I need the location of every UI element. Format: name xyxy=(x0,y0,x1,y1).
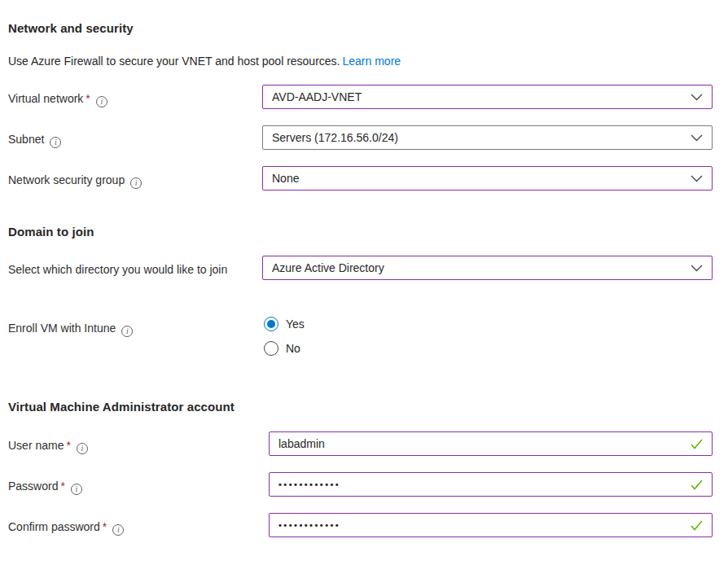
required-asterisk: * xyxy=(66,439,70,452)
info-icon[interactable]: i xyxy=(96,96,107,107)
virtual-network-label-text: Virtual network xyxy=(8,92,83,105)
info-icon[interactable]: i xyxy=(71,484,82,495)
subnet-value: Servers (172.16.56.0/24) xyxy=(272,131,691,144)
confirm-password-label: Confirm password*i xyxy=(8,519,249,536)
subnet-label-text: Subnet xyxy=(8,133,44,146)
password-label: Password*i xyxy=(8,478,249,495)
required-asterisk: * xyxy=(103,520,107,533)
username-input[interactable] xyxy=(278,437,691,450)
learn-more-link[interactable]: Learn more xyxy=(342,55,401,68)
azure-vm-network-form: Network and security Use Azure Firewall … xyxy=(0,0,728,565)
intune-label-text: Enroll VM with Intune xyxy=(8,322,116,335)
radio-selected-icon xyxy=(264,317,278,331)
chevron-down-icon xyxy=(691,175,703,182)
username-label: User name*i xyxy=(8,437,249,454)
confirm-password-input[interactable] xyxy=(278,520,691,530)
intune-option-yes[interactable]: Yes xyxy=(264,316,305,332)
confirm-password-field xyxy=(269,513,713,537)
nsg-label-text: Network security group xyxy=(8,173,125,186)
section-title-vm-admin-account: Virtual Machine Administrator account xyxy=(8,400,235,414)
password-input[interactable] xyxy=(278,480,691,489)
subnet-label: Subneti xyxy=(8,131,249,148)
valid-checkmark-icon xyxy=(691,439,703,449)
info-icon[interactable]: i xyxy=(121,326,133,337)
chevron-down-icon xyxy=(691,94,703,101)
info-icon[interactable]: i xyxy=(130,177,142,189)
section-title-network-and-security: Network and security xyxy=(8,21,134,35)
nsg-value: None xyxy=(272,172,691,185)
intune-label: Enroll VM with Intunei xyxy=(8,320,249,337)
virtual-network-value: AVD-AADJ-VNET xyxy=(272,90,691,103)
confirm-password-label-text: Confirm password xyxy=(8,520,100,533)
network-security-group-dropdown[interactable]: None xyxy=(262,166,713,191)
description-text: Use Azure Firewall to secure your VNET a… xyxy=(8,55,340,68)
required-asterisk: * xyxy=(60,480,64,493)
intune-no-label: No xyxy=(286,342,300,355)
section-description: Use Azure Firewall to secure your VNET a… xyxy=(8,55,401,68)
info-icon[interactable]: i xyxy=(77,443,88,454)
subnet-dropdown[interactable]: Servers (172.16.56.0/24) xyxy=(262,125,713,150)
virtual-network-label: Virtual network*i xyxy=(8,90,249,107)
intune-option-no[interactable]: No xyxy=(264,340,300,357)
intune-yes-label: Yes xyxy=(286,318,305,331)
password-field xyxy=(269,472,713,497)
network-security-group-label: Network security groupi xyxy=(8,172,249,189)
directory-dropdown[interactable]: Azure Active Directory xyxy=(262,256,713,280)
required-asterisk: * xyxy=(86,92,90,105)
valid-checkmark-icon xyxy=(691,520,703,531)
username-label-text: User name xyxy=(8,439,64,452)
password-label-text: Password xyxy=(8,480,58,493)
directory-value: Azure Active Directory xyxy=(272,261,691,274)
chevron-down-icon xyxy=(691,134,703,142)
directory-label: Select which directory you would like to… xyxy=(8,261,249,278)
chevron-down-icon xyxy=(691,265,703,272)
valid-checkmark-icon xyxy=(691,480,703,490)
section-title-domain-to-join: Domain to join xyxy=(8,225,94,239)
radio-unselected-icon xyxy=(264,341,278,356)
username-field xyxy=(269,431,713,456)
info-icon[interactable]: i xyxy=(112,524,124,536)
virtual-network-dropdown[interactable]: AVD-AADJ-VNET xyxy=(262,85,713,109)
info-icon[interactable]: i xyxy=(50,137,61,148)
